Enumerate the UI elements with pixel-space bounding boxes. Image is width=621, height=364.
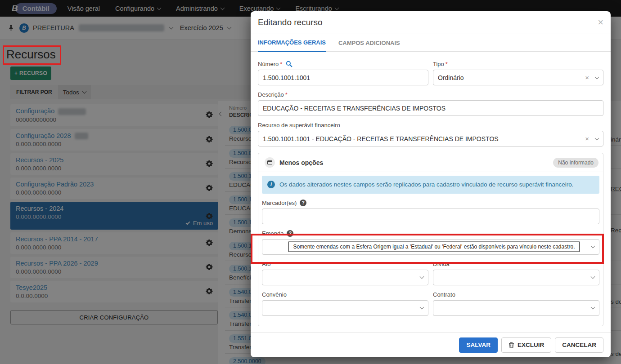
chevron-down-icon[interactable] bbox=[595, 136, 599, 140]
tipo-label: Tipo* bbox=[433, 61, 603, 67]
cancel-button[interactable]: CANCELAR bbox=[555, 337, 603, 353]
clear-icon[interactable]: × bbox=[585, 135, 589, 142]
modal-title: Editando recurso bbox=[258, 18, 323, 27]
chevron-down-icon[interactable] bbox=[420, 275, 424, 279]
numero-input[interactable] bbox=[258, 70, 428, 85]
modal-tabs: INFORMAÇÕES GERAIS CAMPOS ADICIONAIS bbox=[251, 34, 611, 52]
superavit-label: Recurso de superávit financeiro bbox=[258, 122, 603, 129]
edit-resource-modal: Editando recurso × INFORMAÇÕES GERAIS CA… bbox=[251, 11, 611, 357]
save-button[interactable]: SALVAR bbox=[459, 337, 498, 353]
emenda-select[interactable]: Somente emendas com a Esfera Origem igua… bbox=[262, 239, 599, 255]
more-options-panel: Menos opções Não informado i Os dados al… bbox=[258, 153, 603, 326]
superavit-value: 1.500.1001.1001 - EDUCAÇÃO - RECEITAS E … bbox=[263, 135, 499, 142]
convenio-select[interactable] bbox=[262, 300, 428, 316]
help-icon[interactable]: ? bbox=[300, 200, 306, 206]
options-body: i Os dados alterados nestes campos serão… bbox=[258, 172, 603, 326]
info-message: i Os dados alterados nestes campos serão… bbox=[262, 176, 599, 194]
chevron-down-icon[interactable] bbox=[420, 305, 424, 310]
superavit-select[interactable]: 1.500.1001.1001 - EDUCAÇÃO - RECEITAS E … bbox=[258, 131, 603, 146]
modal-header: Editando recurso × bbox=[251, 11, 611, 34]
tab-informacoes-gerais[interactable]: INFORMAÇÕES GERAIS bbox=[258, 34, 326, 52]
chevron-down-icon[interactable] bbox=[591, 275, 595, 279]
modal-footer: SALVAR EXCLUIR CANCELAR bbox=[251, 332, 611, 357]
divida-select[interactable] bbox=[433, 270, 599, 285]
options-toggle[interactable]: Menos opções Não informado bbox=[258, 153, 603, 172]
options-title: Menos opções bbox=[279, 159, 323, 166]
convenio-label: Convênio bbox=[262, 291, 428, 298]
info-text: Os dados alterados nestes campos serão r… bbox=[279, 180, 574, 189]
emenda-tooltip: Somente emendas com a Esfera Origem igua… bbox=[288, 242, 579, 252]
delete-button[interactable]: EXCLUIR bbox=[501, 337, 551, 353]
close-icon[interactable]: × bbox=[598, 18, 603, 27]
clear-icon[interactable]: × bbox=[585, 74, 589, 81]
status-badge: Não informado bbox=[553, 158, 598, 168]
marcadores-label: Marcador(es) ? bbox=[262, 200, 599, 206]
tab-campos-adicionais[interactable]: CAMPOS ADICIONAIS bbox=[338, 34, 400, 51]
chevron-down-icon[interactable] bbox=[591, 305, 595, 310]
search-icon[interactable] bbox=[286, 61, 292, 67]
descricao-input[interactable] bbox=[258, 100, 603, 116]
help-icon[interactable]: ? bbox=[287, 230, 293, 237]
chevron-down-icon[interactable] bbox=[595, 75, 599, 79]
trash-icon bbox=[508, 342, 514, 348]
screen: B Contábil Visão geral Configurando Admi… bbox=[0, 0, 621, 364]
contrato-select[interactable] bbox=[433, 300, 599, 316]
ato-select[interactable] bbox=[262, 270, 428, 285]
modal-body: Número* Tipo* Ordinário × bbox=[251, 52, 611, 326]
info-icon: i bbox=[267, 181, 275, 188]
options-icon bbox=[265, 157, 275, 168]
divida-label: Dívida bbox=[433, 261, 599, 267]
chevron-down-icon[interactable] bbox=[591, 244, 595, 249]
ato-label: Ato bbox=[262, 261, 428, 267]
tipo-value: Ordinário bbox=[438, 74, 464, 81]
numero-label: Número* bbox=[258, 61, 428, 67]
marcadores-input[interactable] bbox=[262, 209, 599, 224]
descricao-label: Descrição* bbox=[258, 91, 603, 98]
emenda-label: Emenda ? bbox=[262, 230, 599, 237]
contrato-label: Contrato bbox=[433, 291, 599, 298]
tipo-select[interactable]: Ordinário × bbox=[433, 70, 603, 85]
